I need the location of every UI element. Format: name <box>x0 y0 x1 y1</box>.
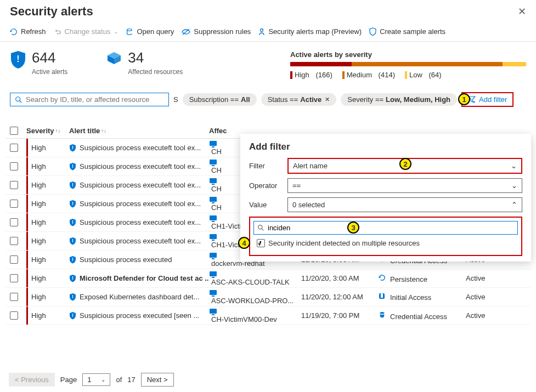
col-severity[interactable]: Severity↑↓ <box>26 127 69 135</box>
value-search-field[interactable] <box>268 224 514 232</box>
col-title[interactable]: Alert title↑↓ <box>69 127 209 135</box>
add-filter-popup: Add filter Filter Alert name ⌄ 2 Operato… <box>240 134 531 262</box>
svg-rect-26 <box>212 258 215 259</box>
pagination: < Previous Page 1⌄ of 17 Next > <box>9 373 174 387</box>
search-field[interactable] <box>26 95 164 104</box>
refresh-icon <box>10 28 18 36</box>
table-row[interactable]: High ! Exposed Kubernetes dashboard det.… <box>5 288 531 306</box>
shield-icon <box>369 27 376 36</box>
vm-icon <box>209 289 301 297</box>
cell-title: ! Suspicious process executeft tool ex..… <box>69 200 209 208</box>
svg-rect-34 <box>381 296 383 298</box>
shield-icon: ! <box>69 218 76 226</box>
suppression-button[interactable]: Suppression rules <box>182 27 251 36</box>
map-label: Security alerts map (Preview) <box>268 27 362 36</box>
add-filter-label: Add filter <box>479 95 507 104</box>
cell-resource: ASC-AKS-CLOUD-TALK <box>209 271 301 286</box>
row-checkbox[interactable] <box>10 293 18 301</box>
value-option[interactable]: 4 Security incident detected on multiple… <box>253 235 518 252</box>
svg-rect-14 <box>212 184 215 185</box>
cell-resource: ASC-WORKLOAD-PRO... <box>209 289 301 305</box>
search-icon <box>257 224 264 231</box>
svg-rect-22 <box>210 234 217 239</box>
cell-status: Active <box>466 293 499 301</box>
eye-off-icon <box>182 28 190 36</box>
row-checkbox[interactable] <box>10 162 18 171</box>
summary-row: ! 644 Active alerts 34 Affected resource… <box>0 42 536 82</box>
option-checkbox[interactable] <box>257 239 265 247</box>
shield-icon: ! <box>69 237 76 245</box>
svg-text:!: ! <box>72 163 74 169</box>
cell-title: ! Suspicious process executeft tool ex..… <box>69 181 209 189</box>
vm-icon <box>209 271 301 278</box>
svg-point-38 <box>258 225 262 229</box>
change-status-button[interactable]: Change status ⌄ <box>54 27 119 36</box>
sample-alerts-button[interactable]: Create sample alerts <box>369 27 445 36</box>
svg-rect-31 <box>210 290 217 295</box>
svg-rect-32 <box>212 296 215 297</box>
chevron-down-icon: ⌄ <box>511 181 517 190</box>
value-select[interactable]: 0 selected ⌃ <box>287 197 522 212</box>
row-checkbox[interactable] <box>10 237 18 245</box>
cell-title: ! Suspicious process executeft tool ex..… <box>69 144 209 152</box>
map-button[interactable]: Security alerts map (Preview) <box>258 27 362 36</box>
filter-subscription[interactable]: Subscription == All <box>183 93 257 106</box>
filter-select[interactable]: Alert name ⌄ 2 <box>287 158 522 174</box>
shield-icon: ! <box>69 274 76 282</box>
table-row[interactable]: High ! Microsoft Defender for Cloud test… <box>5 269 531 288</box>
chevron-down-icon: ⌄ <box>101 377 105 383</box>
shield-icon: ! <box>69 311 76 320</box>
filter-status[interactable]: Status == Active✕ <box>261 93 337 106</box>
cell-severity: High <box>26 157 69 175</box>
cell-title: ! Suspicious process executed [seen ... <box>69 311 209 320</box>
svg-rect-13 <box>210 178 217 183</box>
row-checkbox[interactable] <box>10 255 18 264</box>
svg-text:!: ! <box>72 313 74 318</box>
cell-title: ! Suspicious process executeft tool ex..… <box>69 162 209 171</box>
value-search[interactable]: 3 <box>253 221 518 235</box>
svg-text:!: ! <box>16 54 19 64</box>
svg-text:!: ! <box>72 219 74 225</box>
close-icon[interactable]: ✕ <box>518 5 526 18</box>
next-button[interactable]: Next > <box>141 373 174 387</box>
svg-point-2 <box>16 96 20 101</box>
row-checkbox[interactable] <box>10 200 18 208</box>
cell-severity: High <box>26 232 69 250</box>
value-dropdown: 3 4 Security incident detected on multip… <box>249 217 522 256</box>
svg-line-39 <box>262 229 263 230</box>
sev-medium: Medium (414) <box>342 71 395 79</box>
page-select[interactable]: 1⌄ <box>82 373 110 386</box>
severity-title: Active alerts by severity <box>290 50 526 59</box>
table-row[interactable]: High ! Suspicious process executed [seen… <box>5 306 531 325</box>
cell-title: ! Suspicious process executed <box>69 255 209 264</box>
cell-time: 11/19/20, 7:00 PM <box>301 311 378 320</box>
cell-severity: High <box>26 213 69 231</box>
undo-icon <box>54 28 61 36</box>
svg-text:!: ! <box>72 275 74 281</box>
cube-icon <box>106 50 122 67</box>
row-checkbox[interactable] <box>10 311 18 320</box>
cell-resource: CH-VictimVM00-Dev <box>209 308 301 323</box>
row-checkbox[interactable] <box>10 274 18 282</box>
prev-button[interactable]: < Previous <box>9 373 55 387</box>
open-query-button[interactable]: Open query <box>126 27 174 36</box>
row-checkbox[interactable] <box>10 218 18 226</box>
sev-low: Low (64) <box>405 71 442 79</box>
popup-title: Add filter <box>249 141 522 152</box>
svg-rect-16 <box>210 197 217 202</box>
operator-select[interactable]: == ⌄ <box>287 178 522 193</box>
svg-rect-36 <box>210 309 217 314</box>
shield-icon: ! <box>69 162 76 171</box>
search-input[interactable] <box>10 93 169 106</box>
row-checkbox[interactable] <box>10 144 18 152</box>
close-icon[interactable]: ✕ <box>325 96 330 103</box>
svg-rect-23 <box>212 240 215 241</box>
filter-severity[interactable]: Severity == Low, Medium, High 1 <box>341 93 457 106</box>
svg-rect-37 <box>212 314 215 315</box>
suppression-label: Suppression rules <box>194 27 251 36</box>
svg-rect-20 <box>212 221 215 222</box>
refresh-button[interactable]: Refresh <box>10 27 46 36</box>
vm-icon <box>209 308 301 315</box>
select-all-checkbox[interactable] <box>10 127 18 135</box>
row-checkbox[interactable] <box>10 181 18 189</box>
